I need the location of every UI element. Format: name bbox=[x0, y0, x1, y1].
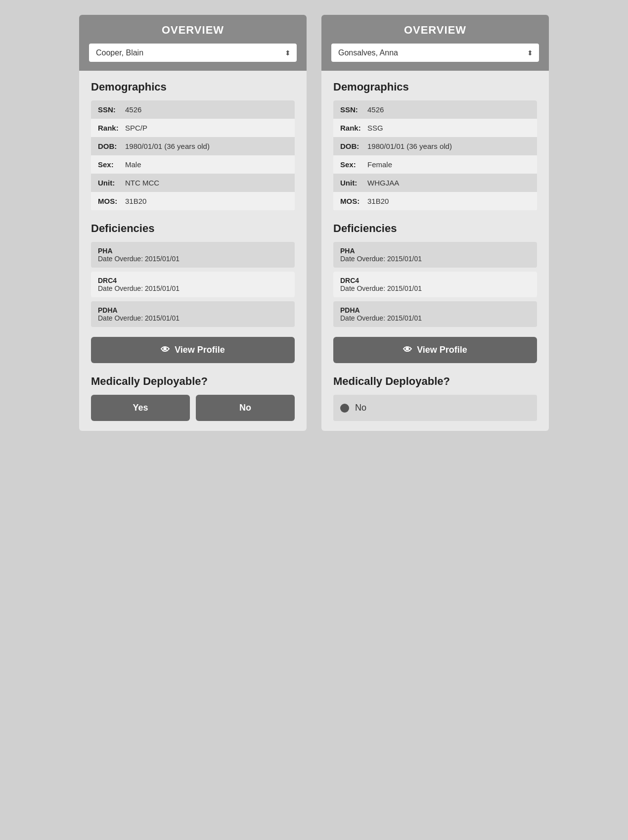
deficiencies-list: PHADate Overdue: 2015/01/01DRC4Date Over… bbox=[91, 242, 295, 327]
deficiency-item: PDHADate Overdue: 2015/01/01 bbox=[91, 301, 295, 327]
demo-value: SPC/P bbox=[125, 124, 147, 132]
overview-title: OVERVIEW bbox=[89, 24, 297, 37]
deficiency-date: Date Overdue: 2015/01/01 bbox=[98, 314, 288, 322]
view-profile-button[interactable]: 👁View Profile bbox=[91, 337, 295, 363]
medically-deployable-title: Medically Deployable? bbox=[91, 375, 295, 388]
person-select[interactable]: Cooper, BlainGonsalves, Anna bbox=[89, 44, 297, 62]
card-body: DemographicsSSN:4526Rank:SPC/PDOB:1980/0… bbox=[79, 71, 307, 431]
demographics-table: SSN:4526Rank:SPC/PDOB:1980/01/01 (36 yea… bbox=[91, 100, 295, 210]
demo-value: SSG bbox=[367, 124, 383, 132]
deficiency-item: PHADate Overdue: 2015/01/01 bbox=[333, 242, 537, 268]
deficiency-date: Date Overdue: 2015/01/01 bbox=[340, 314, 530, 322]
person-select-wrapper: Cooper, BlainGonsalves, Anna⬍ bbox=[331, 44, 539, 62]
demo-row: Unit:WHGJAA bbox=[333, 174, 537, 192]
demo-label: SSN: bbox=[98, 105, 125, 114]
person-select-wrapper: Cooper, BlainGonsalves, Anna⬍ bbox=[89, 44, 297, 62]
deficiencies-title: Deficiencies bbox=[333, 222, 537, 235]
demo-label: Unit: bbox=[340, 179, 367, 187]
demo-value: 1980/01/01 (36 years old) bbox=[125, 142, 210, 150]
demo-value: 1980/01/01 (36 years old) bbox=[367, 142, 452, 150]
person-select[interactable]: Cooper, BlainGonsalves, Anna bbox=[331, 44, 539, 62]
demo-label: MOS: bbox=[98, 197, 125, 205]
demographics-title: Demographics bbox=[91, 81, 295, 93]
deficiency-name: DRC4 bbox=[98, 277, 288, 284]
yes-button[interactable]: Yes bbox=[91, 395, 190, 421]
demo-row: Sex:Female bbox=[333, 155, 537, 174]
deficiencies-list: PHADate Overdue: 2015/01/01DRC4Date Over… bbox=[333, 242, 537, 327]
demo-label: DOB: bbox=[340, 142, 367, 150]
demographics-table: SSN:4526Rank:SSGDOB:1980/01/01 (36 years… bbox=[333, 100, 537, 210]
demo-label: MOS: bbox=[340, 197, 367, 205]
deficiency-item: PDHADate Overdue: 2015/01/01 bbox=[333, 301, 537, 327]
demo-row: DOB:1980/01/01 (36 years old) bbox=[91, 137, 295, 155]
demo-label: SSN: bbox=[340, 105, 367, 114]
demo-value: 4526 bbox=[367, 105, 384, 114]
demo-label: DOB: bbox=[98, 142, 125, 150]
deficiency-date: Date Overdue: 2015/01/01 bbox=[340, 284, 530, 292]
deficiency-name: PHA bbox=[340, 247, 530, 255]
demo-row: MOS:31B20 bbox=[91, 192, 295, 210]
status-dot-icon bbox=[340, 404, 349, 413]
demo-value: WHGJAA bbox=[367, 179, 399, 187]
deficiency-date: Date Overdue: 2015/01/01 bbox=[340, 255, 530, 263]
demo-value: Male bbox=[125, 160, 141, 169]
deficiency-name: PDHA bbox=[98, 306, 288, 314]
card-left: OVERVIEWCooper, BlainGonsalves, Anna⬍Dem… bbox=[79, 15, 307, 431]
eye-icon: 👁 bbox=[403, 345, 412, 355]
deficiencies-title: Deficiencies bbox=[91, 222, 295, 235]
demo-value: 4526 bbox=[125, 105, 141, 114]
demo-value: 31B20 bbox=[125, 197, 146, 205]
demo-row: Rank:SSG bbox=[333, 119, 537, 137]
demo-label: Sex: bbox=[98, 160, 125, 169]
card-right: OVERVIEWCooper, BlainGonsalves, Anna⬍Dem… bbox=[321, 15, 549, 431]
view-profile-button[interactable]: 👁View Profile bbox=[333, 337, 537, 363]
no-status-container: No bbox=[333, 395, 537, 421]
demo-row: DOB:1980/01/01 (36 years old) bbox=[333, 137, 537, 155]
demo-row: Sex:Male bbox=[91, 155, 295, 174]
medically-deployable-title: Medically Deployable? bbox=[333, 375, 537, 388]
demo-row: Rank:SPC/P bbox=[91, 119, 295, 137]
demographics-title: Demographics bbox=[333, 81, 537, 93]
demo-value: 31B20 bbox=[367, 197, 389, 205]
eye-icon: 👁 bbox=[161, 345, 170, 355]
medically-deployable-section: Medically Deployable?No bbox=[333, 375, 537, 421]
card-header: OVERVIEWCooper, BlainGonsalves, Anna⬍ bbox=[79, 15, 307, 71]
demo-label: Unit: bbox=[98, 179, 125, 187]
cards-container: OVERVIEWCooper, BlainGonsalves, Anna⬍Dem… bbox=[10, 15, 618, 431]
medically-deployable-section: Medically Deployable?YesNo bbox=[91, 375, 295, 421]
no-button[interactable]: No bbox=[196, 395, 295, 421]
demo-label: Sex: bbox=[340, 160, 367, 169]
status-text: No bbox=[355, 403, 366, 413]
card-body: DemographicsSSN:4526Rank:SSGDOB:1980/01/… bbox=[321, 71, 549, 431]
demo-value: Female bbox=[367, 160, 392, 169]
deficiency-item: DRC4Date Overdue: 2015/01/01 bbox=[333, 272, 537, 297]
overview-title: OVERVIEW bbox=[331, 24, 539, 37]
deficiency-name: PHA bbox=[98, 247, 288, 255]
deficiency-item: DRC4Date Overdue: 2015/01/01 bbox=[91, 272, 295, 297]
card-header: OVERVIEWCooper, BlainGonsalves, Anna⬍ bbox=[321, 15, 549, 71]
demo-value: NTC MCC bbox=[125, 179, 159, 187]
deficiency-date: Date Overdue: 2015/01/01 bbox=[98, 255, 288, 263]
demo-label: Rank: bbox=[98, 124, 125, 132]
demo-row: MOS:31B20 bbox=[333, 192, 537, 210]
view-profile-label: View Profile bbox=[175, 345, 225, 355]
view-profile-label: View Profile bbox=[417, 345, 467, 355]
demo-row: Unit:NTC MCC bbox=[91, 174, 295, 192]
deficiency-date: Date Overdue: 2015/01/01 bbox=[98, 284, 288, 292]
yes-no-container: YesNo bbox=[91, 395, 295, 421]
demo-label: Rank: bbox=[340, 124, 367, 132]
demo-row: SSN:4526 bbox=[333, 100, 537, 119]
deficiency-name: DRC4 bbox=[340, 277, 530, 284]
deficiency-name: PDHA bbox=[340, 306, 530, 314]
demo-row: SSN:4526 bbox=[91, 100, 295, 119]
deficiency-item: PHADate Overdue: 2015/01/01 bbox=[91, 242, 295, 268]
